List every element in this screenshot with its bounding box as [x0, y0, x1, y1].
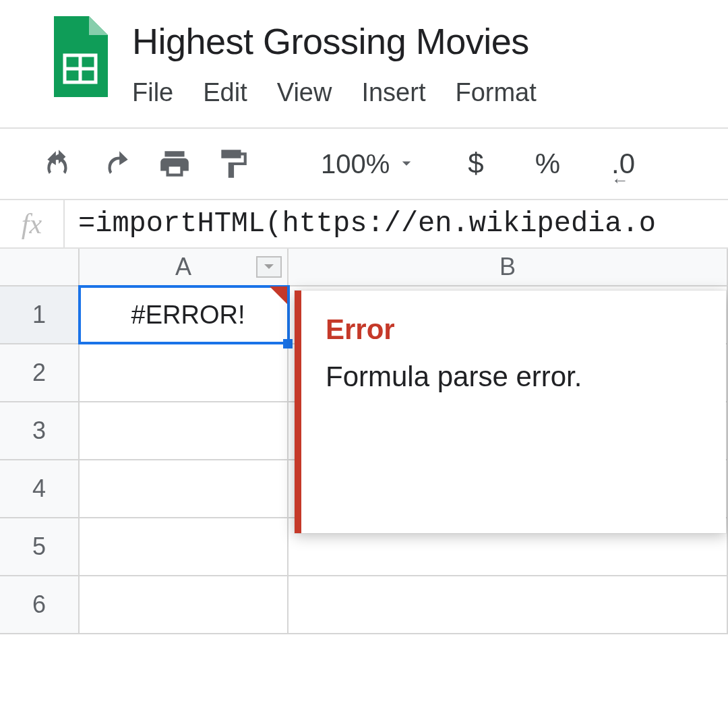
chevron-down-icon [396, 149, 417, 179]
toolbar: 100% $ % .0 ← [0, 127, 728, 200]
row-header-3[interactable]: 3 [0, 402, 80, 459]
cell-a2[interactable] [80, 344, 289, 401]
zoom-dropdown[interactable]: 100% [321, 149, 417, 179]
select-all-corner[interactable] [0, 249, 80, 285]
error-tooltip: Error Formula parse error. [295, 291, 726, 533]
error-title: Error [326, 313, 702, 346]
cell-b6[interactable] [289, 576, 728, 633]
error-indicator-icon [270, 286, 287, 304]
error-message: Formula parse error. [326, 361, 702, 393]
menu-edit[interactable]: Edit [203, 78, 247, 107]
spreadsheet-grid: A B 1 #ERROR! 2 3 4 5 [0, 249, 728, 634]
row-header-6[interactable]: 6 [0, 576, 80, 633]
menu-bar: File Edit View Insert Format [132, 78, 537, 107]
row-header-4[interactable]: 4 [0, 460, 80, 517]
column-label: A [175, 253, 191, 281]
format-percent-button[interactable]: % [535, 148, 560, 180]
menu-file[interactable]: File [132, 78, 173, 107]
decrease-decimal-button[interactable]: .0 ← [611, 148, 635, 180]
print-icon[interactable] [158, 147, 191, 181]
selection-handle[interactable] [283, 339, 293, 348]
formula-bar: fx [0, 200, 728, 249]
row-header-2[interactable]: 2 [0, 344, 80, 401]
menu-insert[interactable]: Insert [361, 78, 425, 107]
row-header-5[interactable]: 5 [0, 518, 80, 575]
zoom-value: 100% [321, 149, 390, 179]
column-header-b[interactable]: B [289, 249, 728, 285]
cell-a3[interactable] [80, 402, 289, 459]
paint-format-icon[interactable] [216, 147, 249, 181]
format-currency-button[interactable]: $ [468, 148, 483, 180]
cell-a1[interactable]: #ERROR! [80, 286, 289, 343]
column-dropdown-icon[interactable] [256, 256, 282, 278]
cell-value: #ERROR! [89, 301, 287, 330]
document-title[interactable]: Highest Grossing Movies [132, 20, 537, 62]
undo-icon[interactable] [42, 147, 75, 181]
fx-label: fx [0, 200, 65, 247]
arrow-left-icon: ← [611, 170, 629, 191]
redo-icon[interactable] [100, 147, 133, 181]
formula-input[interactable] [65, 200, 728, 247]
cell-a4[interactable] [80, 460, 289, 517]
cell-a6[interactable] [80, 576, 289, 633]
cell-a5[interactable] [80, 518, 289, 575]
sheets-app-icon[interactable] [47, 16, 108, 97]
menu-format[interactable]: Format [455, 78, 536, 107]
menu-view[interactable]: View [277, 78, 332, 107]
column-label: B [499, 253, 516, 281]
row-header-1[interactable]: 1 [0, 286, 80, 343]
column-header-a[interactable]: A [80, 249, 289, 285]
